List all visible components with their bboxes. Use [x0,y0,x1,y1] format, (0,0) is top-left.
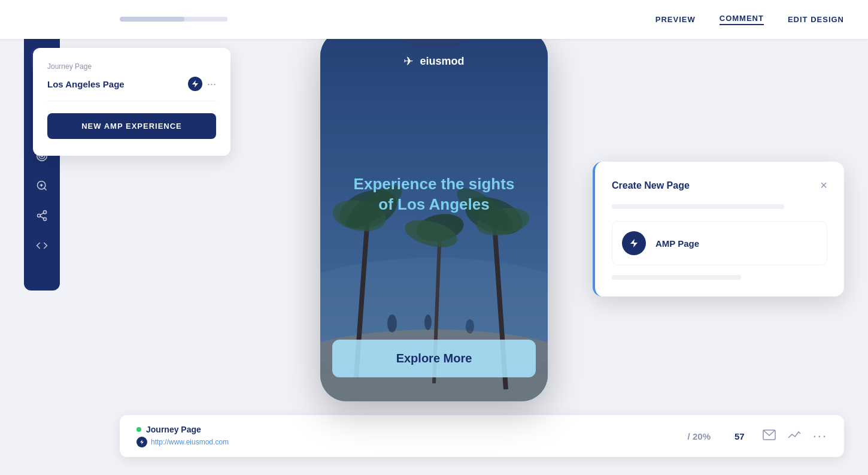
svg-point-8 [38,214,41,217]
bottom-status-bar: Journey Page http://www.eiusmod.com / 20… [120,415,844,457]
stat-count: 57 [735,431,745,441]
page-name: Journey Page [136,425,670,434]
sidebar-icon-search[interactable] [35,179,48,192]
stat-percent: / 20% [688,431,711,441]
svg-point-9 [44,217,47,220]
journey-card-label: Journey Page [47,62,216,71]
journey-card-icons: ··· [188,77,216,91]
phone-headline: Experience the sights of Los Angeles [338,174,530,215]
phone-brand-header: ✈ eiusmod [320,54,548,68]
modal-title: Create New Page [612,180,690,191]
phone-cta-button[interactable]: Explore More [332,340,536,377]
modal-option-bar-bottom [612,275,741,280]
page-url: http://www.eiusmod.com [136,437,670,447]
new-amp-button[interactable]: NEW AMP EXPERIENCE [47,113,216,139]
journey-card-page-name: Los Angeles Page [47,79,125,89]
status-dot [136,427,141,432]
modal-option-bar-top [612,204,784,209]
modal-option-label: AMP Page [655,238,699,249]
modal-option-bolt-icon [622,231,646,255]
nav-links: PREVIEW COMMENT EDIT DESIGN [655,14,844,25]
chart-icon[interactable] [788,429,801,443]
modal-close-button[interactable]: × [820,178,827,192]
phone-brand-name: eiusmod [420,55,464,68]
phone-frame: ✈ eiusmod Experience the sights of Los A… [320,30,548,401]
url-bolt-icon [136,437,147,447]
bar-actions: ··· [763,428,827,444]
phone-content: Experience the sights of Los Angeles [320,174,548,220]
modal-header: Create New Page × [612,178,827,192]
page-info: Journey Page http://www.eiusmod.com [136,425,670,447]
nav-progress-fill [120,17,184,22]
sidebar-icon-share[interactable] [35,209,48,222]
nav-progress-bar [120,17,227,22]
phone-plane-icon: ✈ [403,54,414,68]
modal-amp-option[interactable]: AMP Page [612,221,827,265]
more-dots-icon[interactable]: ··· [207,78,216,90]
journey-card: Journey Page Los Angeles Page ··· NEW AM… [33,48,230,156]
journey-card-page-row: Los Angeles Page ··· [47,77,216,101]
email-icon[interactable] [763,429,776,443]
svg-line-11 [40,213,44,214]
svg-point-7 [44,211,47,214]
top-navigation: PREVIEW COMMENT EDIT DESIGN [0,0,868,39]
preview-nav-link[interactable]: PREVIEW [655,15,696,24]
edit-design-nav-link[interactable]: EDIT DESIGN [788,15,844,24]
create-page-modal: Create New Page × AMP Page [593,162,844,297]
svg-line-10 [40,216,44,218]
comment-nav-link[interactable]: COMMENT [720,14,764,25]
phone-preview-container: ✈ eiusmod Experience the sights of Los A… [320,30,548,401]
bolt-icon [188,77,202,91]
stats: / 20% 57 [688,431,745,441]
more-options-icon[interactable]: ··· [813,428,827,444]
sidebar-icon-code[interactable] [35,239,48,252]
